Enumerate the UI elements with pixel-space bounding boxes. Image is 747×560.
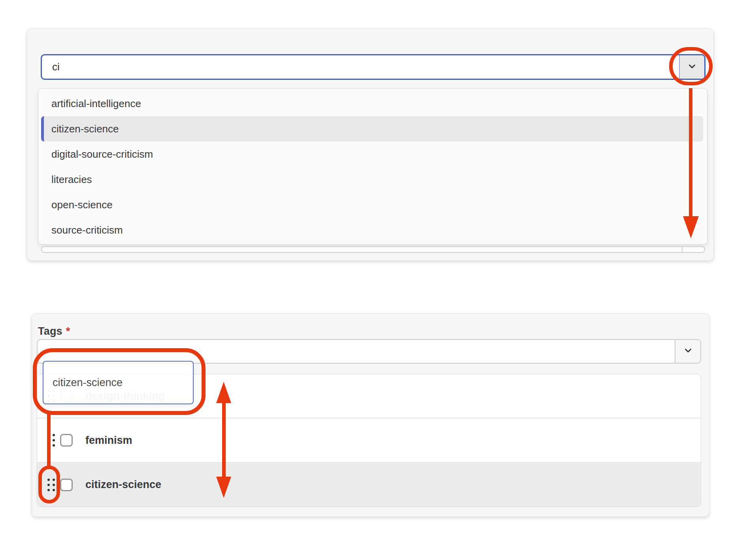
tags-label: Tags*	[38, 325, 70, 338]
dropdown-option-open-science[interactable]: open-science	[38, 192, 707, 217]
annotation-double-arrow-head-down	[216, 477, 231, 498]
tag-row-feminism: feminism	[37, 418, 701, 462]
dropdown-option-citizen-science[interactable]: citizen-science	[41, 116, 703, 141]
tags-input-value[interactable]: ci	[42, 61, 679, 73]
tag-checkbox[interactable]	[60, 479, 73, 491]
tag-checkbox[interactable]	[60, 434, 73, 447]
tag-row-citizen-science: citizen-science	[37, 462, 701, 507]
tag-row-label: citizen-science	[85, 479, 161, 491]
annotation-double-arrow-shaft	[222, 402, 226, 477]
tags-field-panel-bottom: Tags* design-thinking feminism	[32, 313, 709, 517]
annotation-box-dragged-item	[33, 348, 206, 415]
annotation-circle-drag-handle	[38, 466, 60, 503]
annotation-double-arrow-head-up	[216, 382, 231, 403]
annotation-arrow-down-head	[683, 216, 699, 238]
dropdown-option-digital-source-criticism[interactable]: digital-source-criticism	[38, 141, 707, 167]
tag-row-label: feminism	[85, 434, 132, 447]
dropdown-option-source-criticism[interactable]: source-criticism	[38, 217, 707, 243]
annotation-line-connector	[47, 413, 51, 467]
annotation-circle-dropdown-toggle	[669, 47, 713, 85]
screenshot-canvas: Tags* ci artificial-intelligence citizen…	[0, 0, 747, 560]
tags-autocomplete-dropdown: artificial-intelligence citizen-science …	[38, 88, 707, 245]
required-asterisk: *	[66, 325, 70, 337]
chevron-down-icon	[683, 345, 693, 357]
tags-label-text: Tags	[38, 325, 62, 337]
tags-field-panel-top: Tags* ci artificial-intelligence citizen…	[27, 28, 714, 261]
tags-select-input[interactable]: ci	[41, 54, 706, 80]
tag-list-peek-divider	[682, 247, 683, 252]
dropdown-toggle-button[interactable]	[675, 340, 700, 363]
annotation-arrow-down-shaft	[689, 88, 692, 219]
dropdown-option-literacies[interactable]: literacies	[38, 167, 707, 192]
dropdown-option-artificial-intelligence[interactable]: artificial-intelligence	[38, 91, 707, 116]
tag-list-peek	[41, 246, 705, 253]
